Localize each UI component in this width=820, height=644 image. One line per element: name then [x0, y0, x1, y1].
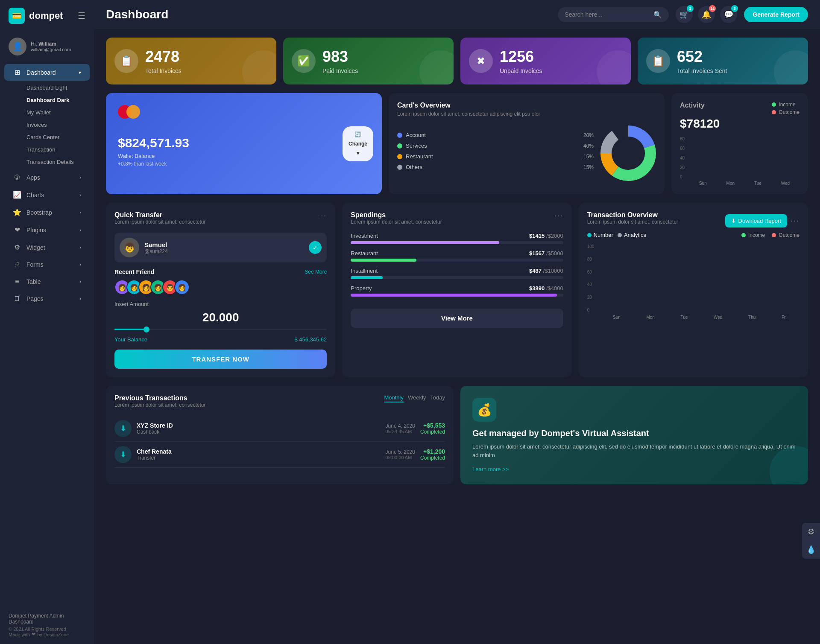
sidebar-item-bootstrap[interactable]: ⭐ Bootstrap › — [4, 204, 90, 221]
search-input[interactable] — [565, 11, 650, 18]
paid-invoices-number: 983 — [322, 48, 358, 66]
chevron-right-icon: › — [79, 210, 81, 216]
submenu-invoices[interactable]: Invoices — [22, 119, 94, 131]
bar-chart-labels: Sun Mon Tue Wed — [680, 181, 800, 186]
wallet-balance: $824,571.93 — [118, 136, 370, 150]
pt-tab-today[interactable]: Today — [430, 394, 445, 402]
submenu-my-wallet[interactable]: My Wallet — [22, 106, 94, 119]
settings-side-button[interactable]: ⚙ — [802, 523, 820, 541]
sidebar-item-label: Charts — [26, 192, 44, 198]
tx-row-time: 08:00:00 AM — [386, 455, 415, 460]
tx-filter-analytics[interactable]: Analytics — [618, 232, 646, 238]
view-more-button[interactable]: View More — [351, 309, 563, 328]
generate-report-button[interactable]: Generate Report — [744, 7, 808, 22]
spending-max: /$4000 — [546, 285, 563, 291]
spending-bar-fill — [351, 259, 416, 262]
dashboard-icon: ⊞ — [13, 68, 21, 76]
sidebar-item-pages[interactable]: 🗒 Pages › — [4, 291, 90, 307]
stat-card-total-invoices: 📋 2478 Total Invoices — [106, 38, 276, 85]
table-row: ⬇ Chef Renata Transfer June 5, 2020 08:0… — [114, 442, 445, 468]
submenu-dashboard-light[interactable]: Dashboard Light — [22, 82, 94, 94]
va-learn-more-link[interactable]: Learn more >> — [472, 466, 796, 472]
change-button[interactable]: 🔄 Change ▾ — [343, 126, 373, 161]
spending-bar-fill — [351, 276, 383, 279]
sidebar-item-apps[interactable]: ① Apps › — [4, 169, 90, 186]
spending-bar-bg — [351, 241, 563, 244]
tx-bar-chart: 0 20 40 60 80 100 — [587, 244, 800, 320]
hamburger-icon[interactable]: ☰ — [78, 11, 85, 21]
spendings-card: Spendings Lorem ipsum dolor sit amet, co… — [342, 203, 571, 377]
chat-button[interactable]: 💬 5 — [720, 6, 737, 23]
submenu-transaction[interactable]: Transaction — [22, 143, 94, 156]
made-with-text: Made with — [9, 632, 30, 637]
dashboard-submenu: Dashboard Light Dashboard Dark My Wallet… — [0, 82, 94, 168]
legend-dot-account — [397, 133, 402, 138]
logo-text: dompet — [29, 10, 63, 21]
income-legend: Income — [772, 102, 800, 108]
outcome-dot — [772, 110, 776, 114]
friend-avatar-6[interactable]: 👩 — [174, 280, 190, 295]
tx-legend: Income Outcome — [741, 232, 800, 238]
sidebar-item-label: Apps — [26, 174, 40, 181]
download-report-button[interactable]: ⬇ Download Report — [725, 214, 787, 227]
main-area: Dashboard 🔍 🛒 2 🔔 12 💬 5 Generate Report — [94, 0, 820, 644]
tx-title: Transaction Overview — [587, 211, 678, 219]
income-dot — [772, 102, 776, 107]
transfer-now-button[interactable]: TRANSFER NOW — [114, 350, 327, 369]
donut-desc: Lorem ipsum dolor sit amet, consectetur … — [397, 111, 656, 117]
sidebar-item-label: Pages — [26, 295, 44, 302]
wallet-label: Wallet Balance — [118, 153, 370, 159]
tx-x-labels: Sun Mon Tue Wed Thu Fri — [587, 315, 800, 320]
tx-outcome-label: Outcome — [779, 232, 800, 238]
spending-max: /$2000 — [546, 233, 563, 239]
tx-row-type: Cashback — [137, 429, 381, 435]
spendings-menu-icon[interactable]: ··· — [554, 211, 563, 220]
chevron-right-icon: › — [79, 245, 81, 251]
tx-menu-icon[interactable]: ··· — [791, 216, 800, 225]
sidebar-item-dashboard[interactable]: ⊞ Dashboard ▾ — [4, 64, 90, 81]
page-title: Dashboard — [106, 8, 551, 21]
filter-number-label: Number — [594, 232, 613, 238]
spending-name: Property — [351, 285, 372, 291]
theme-side-button[interactable]: 💧 — [802, 541, 820, 559]
quick-transfer-menu-icon[interactable]: ··· — [318, 211, 327, 220]
spending-bar-bg — [351, 294, 563, 297]
sidebar-item-charts[interactable]: 📈 Charts › — [4, 186, 90, 203]
sidebar-item-table[interactable]: ≡ Table › — [4, 274, 90, 290]
greeting: Hi, William — [31, 41, 71, 47]
tx-row-date: June 5, 2020 — [386, 449, 415, 455]
slider-thumb — [144, 326, 149, 332]
sidebar-item-widget[interactable]: ⚙ Widget › — [4, 239, 90, 256]
submenu-transaction-details[interactable]: Transaction Details — [22, 156, 94, 168]
notification-button[interactable]: 🔔 12 — [698, 6, 715, 23]
wallet-logo-row — [118, 105, 370, 119]
spendings-desc: Lorem ipsum dolor sit amet, consectetur — [351, 219, 442, 225]
activity-amount: $78120 — [680, 117, 800, 131]
tx-row-date-col: June 5, 2020 08:00:00 AM — [386, 449, 415, 460]
sidebar-item-plugins[interactable]: ❤ Plugins › — [4, 221, 90, 238]
see-more-link[interactable]: See More — [305, 269, 327, 275]
sidebar-user: 👤 Hi, William william@gmail.com — [0, 32, 94, 63]
balance-amount: $ 456,345.62 — [294, 336, 327, 343]
outcome-legend: Outcome — [772, 109, 800, 115]
cart-button[interactable]: 🛒 2 — [676, 6, 693, 23]
tx-filter-number[interactable]: Number — [587, 232, 613, 238]
search-icon[interactable]: 🔍 — [653, 11, 662, 19]
sidebar-item-forms[interactable]: 🖨 Forms › — [4, 256, 90, 273]
pt-tab-weekly[interactable]: Weekly — [408, 394, 426, 402]
pt-tab-monthly[interactable]: Monthly — [384, 394, 404, 402]
chevron-right-icon: › — [79, 192, 81, 198]
submenu-dashboard-dark[interactable]: Dashboard Dark — [22, 94, 94, 106]
amount-slider[interactable] — [114, 329, 327, 330]
total-invoices-icon: 📋 — [114, 49, 138, 73]
spending-max: /$5000 — [546, 250, 563, 256]
tx-bars — [587, 244, 800, 312]
transfer-check-icon: ✓ — [309, 241, 322, 254]
footer-made-with: Made with ❤ by DesignZone — [9, 632, 85, 637]
invoices-sent-info: 652 Total Invoices Sent — [677, 48, 727, 74]
submenu-cards-center[interactable]: Cards Center — [22, 131, 94, 143]
stat-card-unpaid-invoices: ✖ 1256 Unpaid Invoices — [460, 38, 631, 85]
chat-badge: 5 — [731, 5, 738, 12]
legend-dot-restaurant — [397, 154, 402, 159]
quick-transfer-desc: Lorem ipsum dolor sit amet, consectetur — [114, 219, 205, 225]
